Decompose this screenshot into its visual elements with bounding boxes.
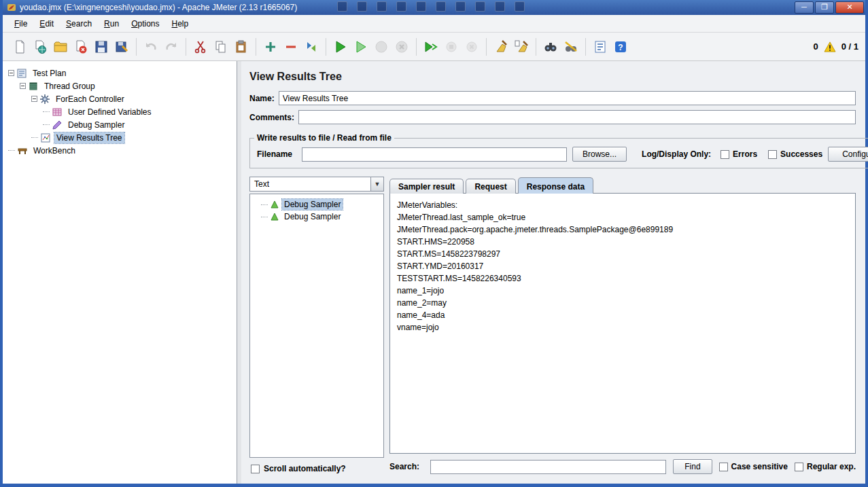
tab-response-data[interactable]: Response data [518, 177, 593, 194]
sample-item-debug-sampler-2[interactable]: Debug Sampler [251, 211, 382, 223]
view-results-tree-icon [40, 132, 51, 143]
function-helper-icon[interactable] [590, 37, 610, 57]
regular-exp-checkbox[interactable] [795, 463, 803, 471]
tree-node-user-defined-variables[interactable]: User Defined Variables [5, 105, 237, 118]
overlay-tool-icon[interactable] [475, 1, 485, 12]
toolbar-separator [256, 38, 256, 56]
remote-stop-all-icon[interactable] [441, 37, 462, 57]
expand-all-icon[interactable] [260, 37, 281, 57]
save-as-icon[interactable] [111, 37, 132, 57]
search-input[interactable] [430, 460, 666, 474]
tree-node-debug-sampler[interactable]: Debug Sampler [5, 118, 237, 131]
start-no-pauses-icon[interactable] [351, 37, 371, 57]
comments-input[interactable] [298, 110, 856, 124]
warning-icon[interactable] [824, 41, 836, 52]
overlay-tool-icon[interactable] [455, 1, 466, 12]
clear-all-icon[interactable] [511, 37, 532, 57]
browse-button[interactable]: Browse... [572, 147, 627, 162]
close-button[interactable]: ✕ [835, 1, 864, 14]
search-icon[interactable] [540, 37, 561, 57]
open-folder-icon[interactable] [50, 37, 71, 57]
search-label: Search: [389, 462, 419, 471]
overlay-tool-icon[interactable] [337, 1, 347, 12]
test-plan-tree[interactable]: Test Plan Thread Group ForEach Controlle… [3, 61, 237, 484]
name-input[interactable] [279, 91, 856, 105]
clear-icon[interactable] [491, 37, 511, 57]
filename-input[interactable] [302, 147, 567, 162]
menu-edit[interactable]: Edit [33, 16, 60, 31]
tree-node-thread-group[interactable]: Thread Group [5, 79, 237, 92]
view-mode-combobox[interactable]: Text ▼ [249, 177, 384, 192]
toolbar: ? 0 0 / 1 [3, 33, 865, 61]
tree-node-test-plan[interactable]: Test Plan [5, 67, 237, 79]
configure-button[interactable]: Configure [828, 147, 868, 162]
tree-node-foreach-controller[interactable]: ForEach Controller [5, 92, 237, 105]
response-line: JMeterThread.pack=org.apache.jmeter.thre… [397, 223, 848, 236]
sample-item-debug-sampler-1[interactable]: Debug Sampler [251, 198, 382, 211]
scroll-automatically-checkbox[interactable] [251, 465, 260, 473]
tab-sampler-result[interactable]: Sampler result [389, 179, 464, 194]
errors-checkbox[interactable] [721, 150, 729, 159]
undo-icon[interactable] [141, 37, 161, 57]
overlay-tool-icon[interactable] [377, 1, 387, 12]
tab-request[interactable]: Request [466, 179, 515, 194]
menu-help[interactable]: Help [166, 16, 195, 31]
debug-sampler-icon [52, 120, 63, 130]
menu-options[interactable]: Options [125, 16, 165, 31]
overlay-tool-icon[interactable] [515, 1, 525, 12]
search-bar: Search: Find Case sensitive Regular exp. [389, 454, 856, 475]
remote-start-all-icon[interactable] [421, 37, 441, 57]
tree-node-label: Debug Sampler [66, 120, 126, 130]
stop-icon[interactable] [371, 37, 392, 57]
tree-connector [8, 150, 15, 151]
collapse-handle-icon[interactable] [8, 70, 14, 76]
minimize-button[interactable]: ─ [795, 1, 814, 14]
collapse-handle-icon[interactable] [20, 83, 26, 89]
collapse-all-icon[interactable] [281, 37, 301, 57]
remote-shutdown-all-icon[interactable] [462, 37, 482, 57]
new-file-icon[interactable] [10, 37, 30, 57]
find-button[interactable]: Find [673, 459, 712, 474]
comments-label: Comments: [249, 113, 294, 122]
log-error-count[interactable]: 0 [813, 41, 818, 52]
case-sensitive-checkbox[interactable] [719, 463, 728, 471]
toolbar-separator [585, 38, 586, 56]
response-line: START.MS=1458223798297 [397, 248, 848, 260]
search-reset-icon[interactable] [561, 37, 581, 57]
close-file-icon[interactable] [71, 37, 91, 57]
redo-icon[interactable] [161, 37, 181, 57]
response-data-view[interactable]: JMeterVariables: JMeterThread.last_sampl… [389, 193, 856, 454]
overlay-tool-icon[interactable] [495, 1, 505, 12]
tree-node-view-results-tree[interactable]: View Results Tree [5, 131, 237, 144]
tree-node-workbench[interactable]: WorkBench [5, 144, 237, 157]
template-icon[interactable] [30, 37, 50, 57]
overlay-tool-icon[interactable] [357, 1, 367, 12]
save-icon[interactable] [91, 37, 111, 57]
menu-run[interactable]: Run [98, 16, 125, 31]
successes-checkbox[interactable] [768, 150, 777, 159]
toolbar-status: 0 0 / 1 [813, 41, 858, 52]
shutdown-icon[interactable] [392, 37, 412, 57]
start-icon[interactable] [330, 37, 351, 57]
overlay-tool-icon[interactable] [416, 1, 426, 12]
cut-icon[interactable] [190, 37, 211, 57]
paste-icon[interactable] [231, 37, 251, 57]
maximize-button[interactable]: ❐ [815, 1, 834, 14]
overlay-tool-icon[interactable] [436, 1, 446, 12]
overlay-tool-icon[interactable] [396, 1, 406, 12]
response-line: name_1=jojo [397, 285, 848, 297]
help-icon[interactable]: ? [610, 37, 631, 57]
response-tabs: Sampler result Request Response data [389, 177, 856, 193]
response-line: vname=jojo [397, 321, 848, 333]
copy-icon[interactable] [211, 37, 231, 57]
toggle-icon[interactable] [301, 37, 322, 57]
user-defined-variables-icon [52, 107, 63, 118]
samples-list[interactable]: Debug Sampler Debug Sampler [249, 194, 384, 458]
thread-count: 0 / 1 [841, 41, 858, 52]
jmeter-app-icon [7, 3, 16, 12]
chevron-down-icon[interactable]: ▼ [370, 177, 383, 191]
menu-file[interactable]: File [8, 16, 33, 31]
tree-node-label: ForEach Controller [54, 94, 126, 105]
collapse-handle-icon[interactable] [31, 96, 37, 102]
menu-search[interactable]: Search [60, 16, 98, 31]
